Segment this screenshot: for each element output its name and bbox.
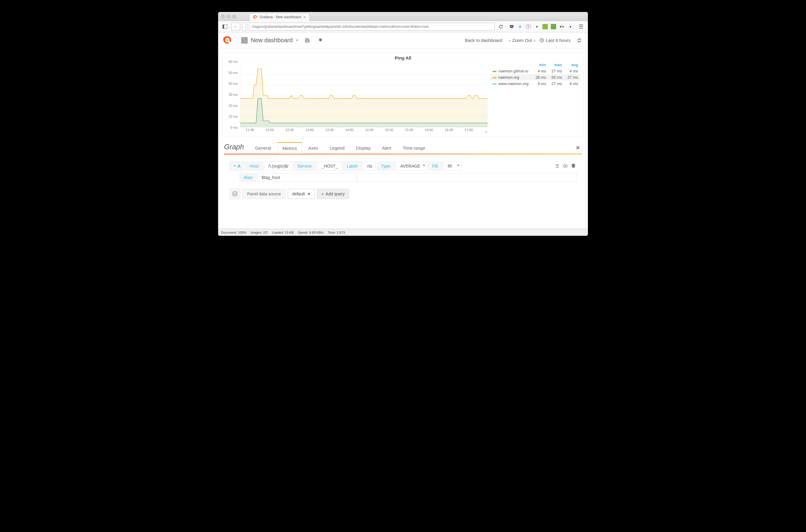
- type-select[interactable]: AVERAGE: [397, 162, 427, 171]
- back-button[interactable]: ←: [231, 23, 240, 31]
- datasource-select[interactable]: default ▾: [288, 189, 314, 199]
- divider: [237, 34, 237, 46]
- x-axis: 11:3012:0012:3013:0013:3014:0014:3015:00…: [240, 128, 488, 133]
- close-editor-icon[interactable]: ✕: [574, 145, 582, 151]
- refresh-button[interactable]: [575, 36, 584, 45]
- maximize-window-icon[interactable]: [232, 15, 236, 18]
- address-bar[interactable]: i /nagios/grafana/dashboard/new?gettings…: [242, 23, 495, 31]
- panel-editor: Graph GeneralMetricsAxesLegendDisplayAle…: [218, 137, 588, 205]
- tab-time-range[interactable]: Time range: [398, 142, 430, 153]
- legend-table: minmaxavg naemon.github.io4 ms27 ms4 msn…: [488, 62, 580, 133]
- pocket-icon[interactable]: [509, 24, 514, 29]
- tab-metrics[interactable]: Metrics: [277, 142, 302, 154]
- trash-icon[interactable]: [572, 164, 575, 169]
- menu-icon[interactable]: ☰: [555, 164, 559, 169]
- extension-icon-3[interactable]: [559, 24, 564, 29]
- browser-menu-icon[interactable]: ☰: [577, 23, 586, 31]
- status-bar: Document: 100% Images: 2/2 Loaded: 13 KB…: [218, 229, 588, 236]
- svg-rect-1: [223, 24, 224, 29]
- dashboard-icon: [241, 37, 248, 44]
- tab-display[interactable]: Display: [351, 142, 376, 153]
- tab-general[interactable]: General: [250, 142, 276, 153]
- service-label: Service:: [293, 162, 316, 171]
- extension-icon-2[interactable]: [551, 24, 556, 29]
- time-range-picker[interactable]: Last 6 hours: [539, 38, 571, 43]
- minimize-window-icon[interactable]: [227, 15, 230, 18]
- add-query-label: Add query: [326, 191, 345, 196]
- accent-divider: [224, 154, 582, 154]
- datasource-value: default: [292, 191, 305, 196]
- caret-down-icon: ▾: [308, 191, 310, 196]
- grafana-favicon-icon: [253, 15, 257, 19]
- chevron-right-icon[interactable]: ›: [534, 38, 535, 43]
- grafana-logo-icon[interactable]: [222, 35, 232, 45]
- close-tab-icon[interactable]: ×: [303, 15, 306, 19]
- datasource-icon: [229, 189, 240, 199]
- plot-area: [240, 63, 488, 128]
- svg-point-3: [562, 26, 564, 27]
- legend-row[interactable]: naemon.org26 ms55 ms27 ms: [490, 74, 580, 80]
- datasource-label: Panel data source: [243, 189, 285, 199]
- y-axis: 0 ms10 ms20 ms30 ms40 ms50 ms60 ms: [226, 62, 239, 128]
- plus-icon: +: [321, 191, 324, 196]
- add-query-button[interactable]: + Add query: [317, 189, 349, 199]
- chevron-left-icon[interactable]: ‹: [509, 38, 511, 43]
- resize-handle-icon[interactable]: ◢: [485, 130, 487, 133]
- label-input[interactable]: rta: [363, 162, 376, 171]
- url-text: /nagios/grafana/dashboard/new?gettingsta…: [252, 24, 429, 29]
- traffic-lights: [221, 15, 236, 18]
- grafana-app: New dashboard ▼ Back to dashboard ‹ Zoom…: [218, 32, 588, 236]
- browser-tab-title: Grafana - New dashboard: [260, 15, 301, 19]
- fill-select[interactable]: fill: [444, 162, 462, 171]
- save-button[interactable]: [303, 36, 312, 45]
- tab-axes[interactable]: Axes: [303, 142, 323, 153]
- editor-tabs-bar: Graph GeneralMetricsAxesLegendDisplayAle…: [224, 142, 582, 154]
- host-label: Host:: [246, 162, 263, 171]
- host-input[interactable]: /\.(org|io)$/: [265, 162, 292, 171]
- counter-badge[interactable]: 5: [526, 24, 531, 29]
- query-row-a: A Host: /\.(org|io)$/ Service: _HOST_ La…: [224, 160, 582, 172]
- caret-down-icon[interactable]: ▾: [534, 24, 539, 29]
- close-window-icon[interactable]: [221, 15, 225, 18]
- alias-label: Alias: [239, 173, 256, 182]
- extension-icon-1[interactable]: [542, 24, 548, 29]
- query-row-alias: Alias $tag_host: [224, 172, 582, 183]
- service-input[interactable]: _HOST_: [318, 162, 342, 171]
- settings-button[interactable]: [316, 36, 325, 45]
- time-range-label: Last 6 hours: [546, 38, 571, 43]
- svg-point-14: [564, 165, 566, 167]
- eye-icon[interactable]: [563, 164, 568, 169]
- editor-tabs: GeneralMetricsAxesLegendDisplayAlertTime…: [250, 142, 430, 153]
- zoom-controls: ‹ Zoom Out ›: [509, 38, 536, 43]
- dashboard-picker[interactable]: New dashboard ▼: [241, 37, 299, 44]
- query-row-actions: ☰: [554, 162, 577, 171]
- status-speed: Speed: 6.60 KB/s: [298, 231, 324, 234]
- query-letter[interactable]: A: [229, 162, 245, 171]
- panel-type-label: Graph: [224, 143, 250, 153]
- app-header: New dashboard ▼ Back to dashboard ‹ Zoom…: [218, 32, 588, 49]
- chevron-down-icon: ▼: [295, 39, 299, 42]
- browser-window: Grafana - New dashboard × ← i /nagios/gr…: [218, 12, 588, 236]
- sidebar-toggle-icon[interactable]: [220, 23, 229, 31]
- chart-area[interactable]: 0 ms10 ms20 ms30 ms40 ms50 ms60 ms 11:30…: [226, 62, 488, 133]
- svg-point-4: [226, 39, 229, 41]
- status-time: Time: 1.973: [328, 231, 345, 234]
- toolbar-icons: ★ 5 ▾ ▾: [507, 24, 575, 29]
- graph-panel: Ping All 0 ms10 ms20 ms30 ms40 ms50 ms60…: [222, 53, 584, 137]
- site-info-icon[interactable]: i: [245, 24, 250, 29]
- extension-caret-icon[interactable]: ▾: [568, 24, 573, 29]
- panel-title: Ping All: [223, 53, 583, 62]
- label-label: Label:: [343, 162, 362, 171]
- legend-row[interactable]: www.naemon.org4 ms27 ms4 ms: [490, 80, 580, 87]
- alias-input[interactable]: $tag_host: [257, 173, 356, 182]
- star-icon[interactable]: ★: [517, 24, 523, 29]
- status-document: Document: 100%: [221, 231, 246, 234]
- browser-tab[interactable]: Grafana - New dashboard ×: [249, 13, 310, 21]
- tab-legend[interactable]: Legend: [325, 142, 350, 153]
- zoom-out-button[interactable]: Zoom Out: [512, 38, 532, 43]
- datasource-row: Panel data source default ▾ + Add query: [224, 183, 582, 205]
- reload-button[interactable]: [496, 23, 505, 31]
- legend-row[interactable]: naemon.github.io4 ms27 ms4 ms: [490, 68, 580, 74]
- back-to-dashboard-link[interactable]: Back to dashboard: [463, 38, 505, 43]
- tab-alert[interactable]: Alert: [377, 142, 397, 153]
